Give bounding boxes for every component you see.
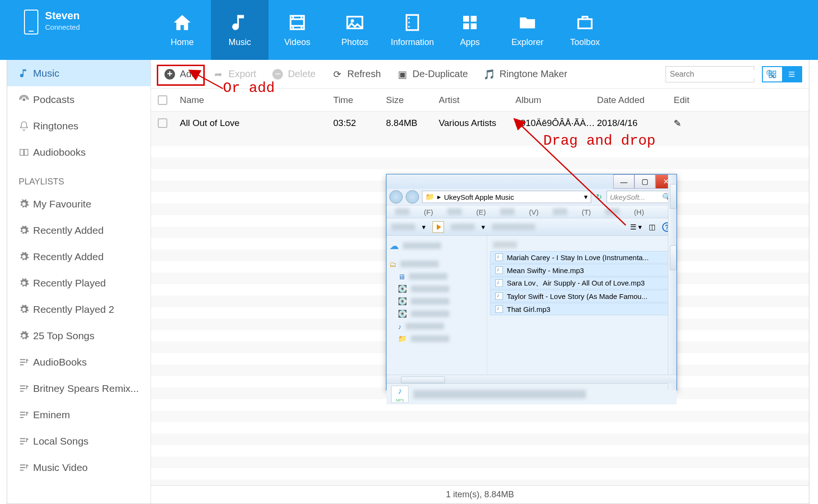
col-time[interactable]: Time [333, 95, 386, 105]
add-button[interactable]: +Add [158, 66, 204, 82]
svg-rect-8 [463, 23, 469, 29]
select-all-checkbox[interactable] [158, 95, 167, 105]
playlist-icon [19, 462, 29, 473]
view-switcher [762, 66, 802, 82]
tab-explorer[interactable]: Explorer [499, 0, 556, 60]
row-checkbox[interactable] [158, 118, 167, 128]
refresh-icon[interactable]: ↻ [594, 193, 604, 201]
playlist-icon [19, 410, 29, 420]
sidebar-item-music[interactable]: Music [7, 60, 151, 86]
playlist-item[interactable]: Britney Spears Remix... [7, 375, 151, 401]
playlist-icon [19, 357, 29, 367]
svg-rect-6 [463, 16, 469, 22]
col-date[interactable]: Date Added [597, 95, 674, 105]
col-album[interactable]: Album [515, 95, 597, 105]
svg-point-3 [408, 18, 410, 20]
playlist-item[interactable]: Music Video [7, 454, 151, 481]
file-explorer-window[interactable]: — ▢ ✕ 📁 ▸ UkeySoft Apple Music ▾ ↻ UkeyS… [386, 174, 677, 390]
nav-forward-button[interactable] [406, 190, 419, 204]
maximize-button[interactable]: ▢ [634, 174, 655, 189]
playlist-item[interactable]: Recently Played 2 [7, 296, 151, 322]
top-navbar: Steven Connected Home Music Videos Photo… [0, 0, 818, 60]
delete-button[interactable]: −Delete [266, 66, 322, 82]
book-icon [19, 147, 29, 158]
gear-icon [19, 331, 29, 341]
address-field[interactable]: 📁 ▸ UkeySoft Apple Music ▾ [422, 191, 591, 203]
drive-icon: 💽 [398, 297, 407, 306]
explorer-h-scrollbar[interactable] [386, 375, 677, 383]
file-item[interactable]: That Girl.mp3 [490, 303, 674, 315]
edit-button[interactable]: ✎ [674, 118, 702, 129]
files-scrollbar[interactable] [668, 236, 677, 375]
svg-rect-9 [471, 23, 477, 29]
file-item[interactable]: Mariah Carey - I Stay In Love (Instrumen… [490, 251, 674, 263]
playlist-item[interactable]: Eminem [7, 401, 151, 428]
view-options-icon[interactable]: ☰ ▾ [630, 223, 642, 231]
gear-icon [19, 252, 29, 262]
tab-toolbox[interactable]: Toolbox [556, 0, 614, 60]
playlist-item[interactable]: Local Songs [7, 428, 151, 454]
svg-rect-11 [769, 71, 771, 73]
tab-apps[interactable]: Apps [441, 0, 499, 60]
search-input[interactable] [670, 70, 766, 79]
refresh-button[interactable]: ⟳Refresh [325, 66, 387, 82]
minus-icon: − [272, 69, 283, 80]
gear-icon [19, 199, 29, 209]
deduplicate-button[interactable]: ▣De-Duplicate [390, 66, 475, 82]
file-item[interactable]: Mean Swifty - Mine.mp3 [490, 264, 674, 276]
col-edit[interactable]: Edit [674, 95, 702, 105]
col-size[interactable]: Size [386, 95, 439, 105]
sidebar-item-ringtones[interactable]: Ringtones [7, 113, 151, 139]
sidebar-item-podcasts[interactable]: Podcasts [7, 86, 151, 113]
podcast-icon [19, 94, 29, 105]
explorer-file-list[interactable]: Mariah Carey - I Stay In Love (Instrumen… [487, 236, 677, 375]
file-item[interactable]: Taylor Swift - Love Story (As Made Famou… [490, 290, 674, 302]
explorer-nav-pane[interactable]: ☁ 🗂 🖥 💽 💽 💽 ♪ 📁 [386, 236, 487, 375]
preview-pane-icon[interactable]: ◫ [649, 223, 655, 231]
plus-icon: + [164, 69, 175, 80]
list-view-button[interactable] [782, 67, 801, 81]
content-area: +Add ➦Export −Delete ⟳Refresh ▣De-Duplic… [151, 60, 809, 504]
col-artist[interactable]: Artist [439, 95, 515, 105]
search-box[interactable]: 🔍 [666, 66, 754, 82]
export-button[interactable]: ➦Export [207, 66, 263, 82]
minimize-button[interactable]: — [613, 174, 634, 189]
nav-tabs: Home Music Videos Photos Information App… [153, 0, 614, 60]
tab-home[interactable]: Home [153, 0, 211, 60]
play-button[interactable] [432, 221, 444, 233]
explorer-toolbar: ▾ ▾ ☰ ▾ ◫ ? [386, 218, 677, 236]
ringtone-maker-button[interactable]: 🎵Ringtone Maker [478, 66, 574, 82]
explorer-search[interactable]: UkeySoft...🔍 [607, 191, 674, 203]
tab-photos[interactable]: Photos [326, 0, 384, 60]
tab-information[interactable]: Information [384, 0, 441, 60]
nav-back-button[interactable] [389, 190, 403, 204]
playlist-item[interactable]: AudioBooks [7, 349, 151, 375]
svg-rect-7 [471, 16, 477, 22]
svg-point-5 [408, 26, 410, 28]
playlist-item[interactable]: Recently Played [7, 270, 151, 296]
playlist-item[interactable]: Recently Added [7, 243, 151, 270]
folder-icon: 📁 [425, 193, 434, 201]
file-item[interactable]: Sara Lov、Air Supply - All Out of Love.mp… [490, 277, 674, 289]
music-icon: ♪ [398, 322, 402, 331]
tab-videos[interactable]: Videos [269, 0, 326, 60]
grid-view-button[interactable] [763, 67, 782, 81]
sidebar-item-audiobooks[interactable]: Audiobooks [7, 139, 151, 165]
playlist-icon [19, 436, 29, 447]
gear-icon [19, 225, 29, 236]
device-status: Connected [45, 23, 80, 31]
cloud-icon: ☁ [389, 240, 399, 252]
playlist-item[interactable]: Recently Added [7, 217, 151, 243]
status-bar: 1 item(s), 8.84MB [151, 485, 809, 504]
playlist-item[interactable]: My Favourite [7, 191, 151, 217]
explorer-titlebar[interactable]: — ▢ ✕ [386, 174, 677, 189]
col-name[interactable]: Name [180, 95, 333, 105]
audio-file-icon [495, 305, 503, 313]
gear-icon [19, 278, 29, 288]
tab-music[interactable]: Music [211, 0, 269, 60]
gear-icon [19, 304, 29, 315]
playlist-icon [19, 383, 29, 394]
music-note-icon [19, 68, 29, 79]
playlist-item[interactable]: 25 Top Songs [7, 322, 151, 349]
table-row[interactable]: All Out of Love03:528.84MBVarious Artist… [151, 112, 809, 135]
